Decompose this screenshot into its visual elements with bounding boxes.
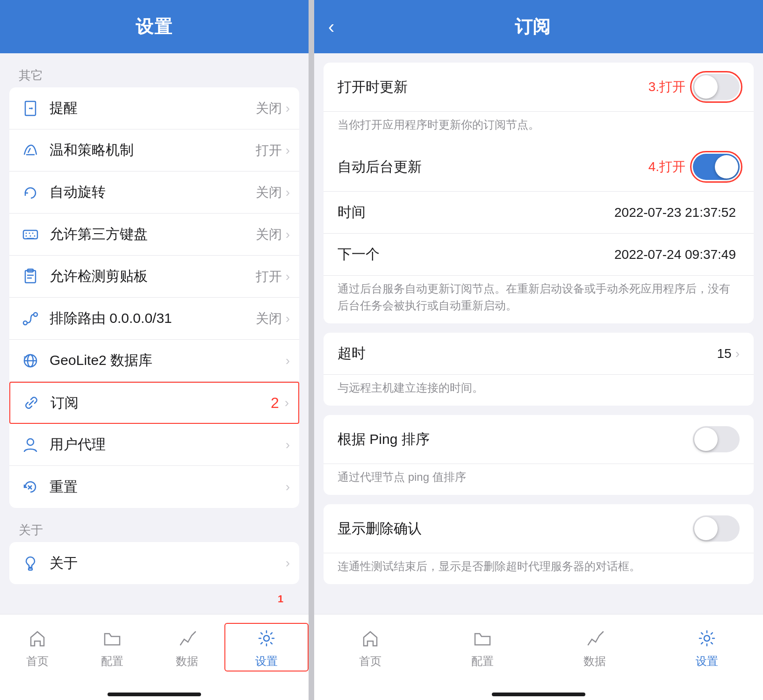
svg-point-27 (704, 636, 710, 641)
nav-settings-left[interactable]: 1 设置 (224, 623, 309, 671)
gear-icon-right (694, 626, 720, 651)
settings-item-route[interactable]: 排除路由 0.0.0.0/31 关闭 › (9, 298, 299, 340)
nav-config-left[interactable]: 配置 (75, 626, 150, 669)
auto-bg-toggle[interactable] (693, 154, 740, 180)
home-icon-right (358, 626, 383, 651)
keyboard-icon (19, 223, 42, 246)
policy-icon (19, 139, 42, 162)
section-about-label: 关于 (0, 517, 309, 542)
delete-confirm-desc: 连通性测试结束后，显示是否删除超时代理服务器的对话框。 (324, 553, 754, 584)
section-other-label: 其它 (0, 63, 309, 87)
settings-item-reminder[interactable]: 提醒 关闭 › (9, 87, 299, 129)
svg-point-22 (27, 439, 34, 445)
user-icon (19, 433, 42, 457)
route-chevron: › (286, 311, 290, 326)
folder-icon (100, 626, 125, 651)
row-timeout[interactable]: 超时 15 › (324, 333, 754, 375)
rotate-label: 自动旋转 (50, 183, 256, 202)
keyboard-value: 关闭 (256, 226, 282, 243)
delete-confirm-toggle[interactable] (693, 515, 740, 542)
next-value: 2022-07-24 09:37:49 (614, 247, 736, 262)
auto-bg-thumb (715, 155, 738, 179)
row-time: 时间 2022-07-23 21:37:52 (324, 192, 754, 234)
keyboard-chevron: › (286, 227, 290, 242)
ping-sort-thumb (694, 428, 718, 451)
ping-sort-toggle[interactable] (693, 426, 740, 452)
data-icon (174, 626, 200, 651)
rotate-icon (19, 181, 42, 204)
door-icon (19, 97, 42, 120)
data-icon-right (582, 626, 607, 651)
warmup-label: 温和策略机制 (50, 141, 256, 160)
nav-config-right[interactable]: 配置 (426, 626, 539, 669)
settings-item-keyboard[interactable]: 允许第三方键盘 关闭 › (9, 214, 299, 256)
home-bar-right (314, 689, 763, 700)
folder-icon-right (470, 626, 495, 651)
settings-group-main: 提醒 关闭 › 温和策略机制 打开 › (9, 87, 299, 508)
auto-bg-label: 自动后台更新 (338, 157, 648, 177)
clipboard-icon (19, 265, 42, 288)
nav-home-left[interactable]: 首页 (0, 626, 75, 669)
row-next: 下一个 2022-07-24 09:37:49 (324, 234, 754, 276)
settings-item-reset[interactable]: 重置 › (9, 466, 299, 508)
timeout-value: 15 (717, 346, 732, 361)
nav-data-label-right: 数据 (583, 654, 606, 669)
settings-item-subscribe[interactable]: 订阅 2 › (9, 382, 299, 424)
card-update: 打开时更新 3.打开 当你打开应用程序时更新你的订阅节点。 自动后台更新 4.打… (324, 63, 754, 323)
svg-text:IP: IP (24, 355, 28, 359)
route-label: 排除路由 0.0.0.0/31 (50, 309, 256, 328)
route-value: 关闭 (256, 310, 282, 328)
warmup-value: 打开 (256, 142, 282, 159)
settings-item-rotate[interactable]: 自动旋转 关闭 › (9, 171, 299, 214)
right-content: 打开时更新 3.打开 当你打开应用程序时更新你的订阅节点。 自动后台更新 4.打… (314, 53, 763, 614)
next-label: 下一个 (338, 245, 614, 264)
nav-data-right[interactable]: 数据 (539, 626, 651, 669)
left-header: 设置 (0, 0, 309, 53)
row-ping-sort: 根据 Ping 排序 (324, 415, 754, 464)
nav-home-label-right: 首页 (359, 654, 382, 669)
open-update-thumb (694, 75, 718, 99)
open-update-desc: 当你打开应用程序时更新你的订阅节点。 (324, 112, 754, 143)
delete-confirm-thumb (694, 517, 718, 540)
timeout-chevron: › (735, 346, 740, 361)
nav-settings-label-left: 设置 (255, 654, 278, 669)
back-button[interactable]: ‹ (328, 16, 334, 37)
home-indicator-left (108, 693, 201, 696)
nav-home-right[interactable]: 首页 (314, 626, 426, 669)
svg-line-3 (28, 148, 30, 153)
left-title: 设置 (136, 15, 173, 39)
settings-item-about[interactable]: 关于 › (9, 542, 299, 584)
reminder-chevron: › (286, 101, 290, 116)
settings-item-userproxy[interactable]: 用户代理 › (9, 424, 299, 466)
userproxy-label: 用户代理 (50, 435, 286, 454)
clipboard-value: 打开 (256, 268, 282, 286)
nav-settings-label-right: 设置 (696, 654, 718, 669)
settings-item-clipboard[interactable]: 允许检测剪贴板 打开 › (9, 256, 299, 298)
nav-settings-right[interactable]: 设置 (651, 626, 763, 669)
card-ping: 根据 Ping 排序 通过代理节点 ping 值排序 (324, 415, 754, 495)
bg-update-desc: 通过后台服务自动更新订阅节点。在重新启动设备或手动杀死应用程序后，没有后台任务会… (324, 276, 754, 323)
settings-nav-badge: 1 (278, 593, 283, 605)
ping-sort-label: 根据 Ping 排序 (338, 430, 693, 449)
reminder-value: 关闭 (256, 100, 282, 117)
settings-item-warmup[interactable]: 温和策略机制 打开 › (9, 129, 299, 171)
geolite-chevron: › (286, 353, 290, 368)
timeout-desc: 与远程主机建立连接的时间。 (324, 375, 754, 406)
settings-item-geolite[interactable]: IP GeoLite2 数据库 › (9, 340, 299, 382)
nav-home-label-left: 首页 (26, 654, 49, 669)
nav-data-left[interactable]: 数据 (150, 626, 224, 669)
about-icon (19, 551, 42, 575)
about-label: 关于 (50, 554, 286, 573)
rotate-chevron: › (286, 185, 290, 200)
open-update-toggle[interactable] (693, 74, 740, 100)
svg-point-16 (23, 321, 27, 325)
panel-separator (309, 0, 314, 700)
warmup-chevron: › (286, 143, 290, 158)
reset-icon (19, 475, 42, 499)
geolite-label: GeoLite2 数据库 (50, 351, 282, 370)
svg-rect-25 (29, 568, 32, 570)
gear-icon-left (254, 626, 279, 651)
route-icon (19, 307, 42, 330)
auto-bg-value: 4.打开 (648, 158, 685, 176)
reminder-label: 提醒 (50, 99, 256, 118)
